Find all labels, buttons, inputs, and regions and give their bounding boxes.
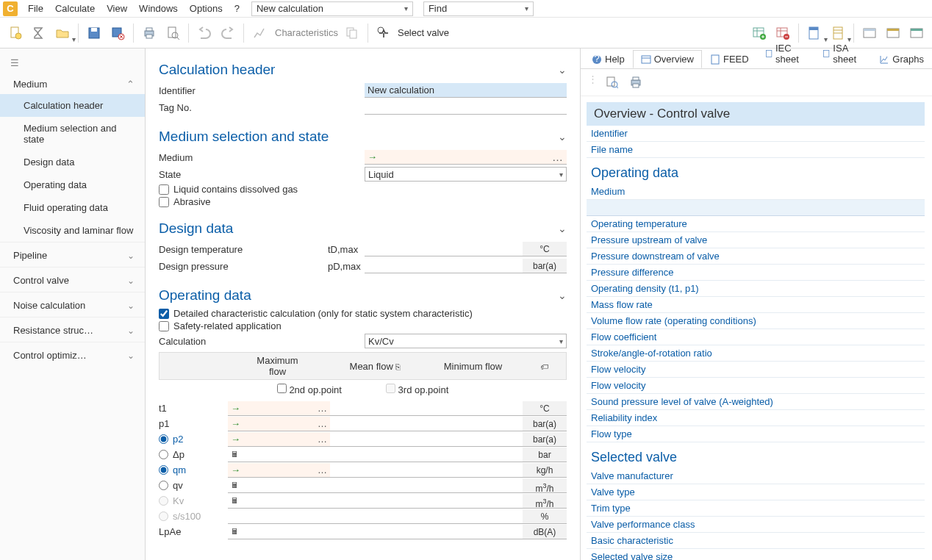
sv-row-5[interactable]: Selected valve size	[587, 549, 925, 560]
ellipsis-icon[interactable]: …	[552, 151, 564, 163]
ov-row-2[interactable]: Operating temperature	[587, 216, 925, 232]
ov-row-0[interactable]: Medium	[587, 184, 925, 200]
table-add-icon[interactable]	[750, 24, 769, 43]
ov-row-13[interactable]: Sound pressure level of valve (A-weighte…	[587, 394, 925, 410]
tab-graphs[interactable]: Graphs	[871, 50, 932, 68]
nav-group-resistance[interactable]: Resistance struc…⌄	[0, 317, 145, 342]
menu-help[interactable]: ?	[229, 1, 245, 15]
ov-row-4[interactable]: Pressure downstream of valve	[587, 248, 925, 265]
unit-Δp[interactable]: bar	[523, 448, 567, 462]
cell-Δp-min[interactable]	[426, 448, 523, 462]
window1-icon[interactable]	[860, 24, 879, 43]
section-calc-header[interactable]: Calculation header⌄	[159, 62, 567, 78]
report-icon[interactable]: ▾	[805, 24, 824, 43]
cell-LpAe-mean[interactable]	[330, 525, 426, 539]
tag-icon[interactable]: 🏷	[540, 362, 548, 371]
cell-qm-min[interactable]	[426, 463, 523, 478]
print-icon[interactable]	[140, 24, 159, 43]
save-icon[interactable]	[85, 24, 104, 43]
tab-help[interactable]: ?Help	[584, 50, 633, 68]
nav-item-calc-header[interactable]: Calculation header	[0, 94, 145, 117]
print-right-icon[interactable]	[627, 73, 645, 91]
sheet-icon[interactable]: ▾	[828, 24, 847, 43]
radio-qv[interactable]	[159, 481, 168, 490]
cell-s/s100-mean[interactable]	[326, 509, 425, 524]
identifier-input[interactable]: New calculation	[365, 83, 567, 98]
medium-input[interactable]: →…	[365, 150, 567, 165]
ellipsis-icon[interactable]: …	[318, 403, 327, 414]
ov-row-15[interactable]: Flow type	[587, 426, 925, 442]
copy-small-icon[interactable]: ⎘	[395, 362, 401, 371]
nav-item-design-data[interactable]: Design data	[0, 151, 145, 173]
unit-design-temp[interactable]: °C	[523, 242, 567, 256]
sv-row-1[interactable]: Valve type	[587, 484, 925, 500]
nav-group-control-valve[interactable]: Control valve⌄	[0, 267, 145, 292]
menu-options[interactable]: Options	[184, 1, 229, 15]
zoom-icon[interactable]	[603, 73, 621, 91]
state-combo[interactable]: Liquid▾	[365, 167, 567, 182]
unit-design-press[interactable]: bar(a)	[523, 259, 567, 273]
copy-icon[interactable]	[343, 24, 362, 43]
chk-detailed[interactable]	[159, 309, 169, 319]
ellipsis-icon[interactable]: …	[318, 464, 327, 475]
hamburger-icon[interactable]: ☰	[0, 53, 145, 73]
chk-safety[interactable]	[159, 321, 169, 331]
cell-t1-min[interactable]	[426, 401, 523, 416]
cell-qv-min[interactable]	[426, 478, 523, 493]
radio-p2[interactable]	[159, 434, 168, 444]
sigma-icon[interactable]	[29, 24, 49, 43]
cell-qv-max[interactable]: 🖩	[228, 478, 330, 493]
nav-group-noise[interactable]: Noise calculation⌄	[0, 292, 145, 317]
characteristics-icon[interactable]	[250, 24, 269, 43]
unit-qm[interactable]: kg/h	[523, 463, 567, 478]
tab-iec[interactable]: IEC sheet	[757, 39, 814, 68]
radio-Δp[interactable]	[159, 450, 168, 459]
save-cancel-icon[interactable]	[108, 24, 127, 43]
find-combo[interactable]: Find▾	[423, 1, 534, 16]
sv-row-3[interactable]: Valve performance class	[587, 517, 925, 533]
cell-Kv-min[interactable]	[426, 494, 523, 509]
cell-LpAe-max[interactable]: 🖩	[228, 525, 330, 539]
cell-p1-max[interactable]: →…	[228, 417, 330, 431]
tab-isa[interactable]: ISA sheet	[814, 39, 871, 68]
section-operating-data[interactable]: Operating data⌄	[159, 287, 567, 304]
cell-s/s100-max[interactable]	[228, 509, 326, 524]
ov-row-8[interactable]: Volume flow rate (operating conditions)	[587, 313, 925, 329]
unit-p1[interactable]: bar(a)	[523, 417, 567, 431]
unit-t1[interactable]: °C	[523, 401, 567, 416]
unit-p2[interactable]: bar(a)	[523, 432, 567, 447]
cell-qm-max[interactable]: →…	[228, 463, 330, 478]
chk-2nd-op[interactable]	[277, 384, 287, 393]
cell-Δp-max[interactable]: 🖩	[228, 448, 330, 462]
design-press-input[interactable]	[365, 259, 523, 273]
menu-file[interactable]: File	[22, 1, 49, 15]
cell-t1-max[interactable]: →…	[228, 401, 330, 416]
tab-feed[interactable]: FEED	[702, 50, 757, 68]
cell-p1-min[interactable]	[426, 417, 523, 431]
menu-calculate[interactable]: Calculate	[49, 1, 101, 15]
nav-item-operating-data[interactable]: Operating data	[0, 173, 145, 196]
cell-p2-mean[interactable]	[330, 432, 426, 447]
tagno-input[interactable]	[365, 100, 567, 115]
menu-windows[interactable]: Windows	[133, 1, 184, 15]
ov-row-11[interactable]: Flow velocity	[587, 362, 925, 378]
section-medium-sel[interactable]: Medium selection and state⌄	[159, 129, 567, 145]
undo-icon[interactable]	[195, 24, 214, 43]
radio-qm[interactable]	[159, 465, 168, 475]
nav-item-fluid-op[interactable]: Fluid operating data	[0, 196, 145, 219]
tab-overview[interactable]: Overview	[633, 50, 702, 68]
chk-abrasive[interactable]	[159, 197, 169, 207]
cell-s/s100-min[interactable]	[424, 509, 523, 524]
cell-Δp-mean[interactable]	[330, 448, 426, 462]
cell-qm-mean[interactable]	[330, 463, 426, 478]
nav-group-pipeline[interactable]: Pipeline⌄	[0, 242, 145, 267]
ov-row-9[interactable]: Flow coefficient	[587, 329, 925, 345]
ov-row-14[interactable]: Reliability index	[587, 410, 925, 426]
cell-p2-max[interactable]: →…	[228, 432, 330, 447]
ov-identifier[interactable]: Identifier	[587, 126, 925, 142]
unit-LpAe[interactable]: dB(A)	[523, 525, 567, 539]
cell-Kv-max[interactable]: 🖩	[228, 494, 330, 509]
unit-qv[interactable]: m3/h	[523, 478, 567, 493]
ov-row-6[interactable]: Operating density (t1, p1)	[587, 281, 925, 297]
nav-item-viscosity[interactable]: Viscosity and laminar flow	[0, 219, 145, 242]
